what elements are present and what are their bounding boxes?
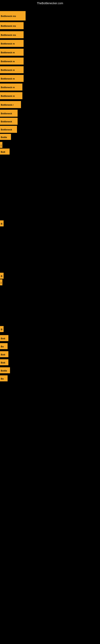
bottleneck-item-1: Bottleneck res xyxy=(0,22,24,29)
bottleneck-item-5: Bottleneck re xyxy=(0,58,24,64)
bottleneck-item-14: Bottle xyxy=(0,134,11,140)
bottleneck-item-9: Bottleneck re xyxy=(0,92,22,99)
bottleneck-item-13: Bottleneck xyxy=(0,126,17,133)
bottleneck-item-15: | xyxy=(0,142,2,148)
bottleneck-item-21: Bott xyxy=(0,335,8,341)
bottleneck-item-24: Bott xyxy=(0,359,8,365)
bottleneck-item-8: Bottleneck re xyxy=(0,84,22,90)
site-title: TheBottlenecker.com xyxy=(37,2,63,5)
bottleneck-item-25: Bottle xyxy=(0,367,10,373)
bottleneck-item-22: Bo xyxy=(0,343,8,349)
bottleneck-item-3: Bottleneck re xyxy=(0,40,24,47)
bottleneck-item-4: Bottleneck re xyxy=(0,49,24,56)
bottleneck-item-2: Bottleneck res xyxy=(0,31,24,38)
bottleneck-item-12: Bottleneck xyxy=(0,118,18,125)
bottleneck-item-11: Bottleneck xyxy=(0,110,18,117)
bottleneck-item-6: Bottleneck re xyxy=(0,66,24,73)
bottleneck-item-16: Bott xyxy=(0,148,10,154)
bottleneck-item-20: B xyxy=(0,326,3,332)
bottleneck-item-10: Bottleneck r xyxy=(0,101,21,108)
bottleneck-item-0: Bottleneck res xyxy=(0,11,26,20)
bottleneck-item-17: B xyxy=(0,220,3,226)
bottleneck-item-7: Bottleneck re xyxy=(0,75,24,82)
bottleneck-item-19: | xyxy=(0,279,2,285)
bottleneck-item-23: Bott xyxy=(0,351,8,357)
bottleneck-item-18: B xyxy=(0,273,3,279)
bottleneck-item-26: Bo xyxy=(0,375,8,381)
